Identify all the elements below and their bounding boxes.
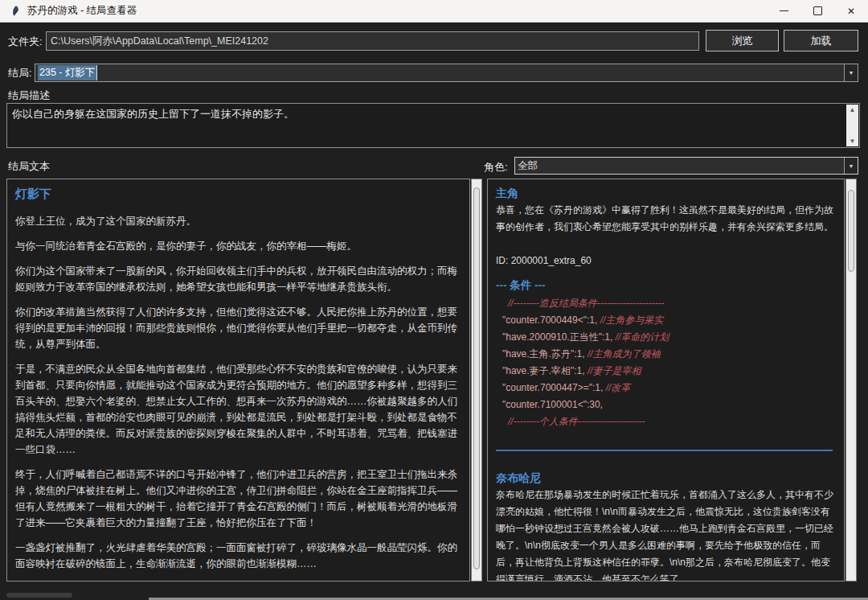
condition-line: "have.主角.苏丹":1, //主角成为了领袖 [496,346,836,363]
condition-line: "counter.7000449<":1, //主角参与果实 [496,312,836,329]
ending-dropdown-button[interactable]: ▼ [844,64,858,81]
role-id: ID: 2000001_extra_60 [496,253,836,269]
minimize-icon [780,10,788,11]
ending-paragraph: 与你一同统治着青金石宫殿的，是你的妻子，你的战友，你的宰相——梅姬。 [15,238,461,254]
close-button[interactable]: ✕ [834,0,868,22]
condition-comment: //改革 [606,382,631,393]
chevron-down-icon: ▼ [849,163,854,169]
ending-paragraph: 一盏盏灯被推翻了，火光肆虐着华美的宫殿；一面面窗被打碎了，碎玻璃像水晶一般晶莹闪… [15,540,461,572]
ending-title: 灯影下 [15,186,461,202]
description-scrollbar[interactable]: ▲ ▼ [846,105,858,146]
condition-comment-line: //--------造反结局条件--------------------- [496,295,836,312]
ending-combobox[interactable]: 235 - 灯影下 ▼ [35,64,858,82]
section-divider [496,450,833,451]
ending-text-label: 结局文本 [8,159,50,174]
ending-label: 结局: [8,66,32,80]
condition-comment: //妻子是宰相 [588,365,641,376]
browse-button[interactable]: 浏览 [706,30,779,51]
condition-line: "counter.7100001<":30, [496,397,836,413]
ending-paragraph: 终于，人们呼喊着自己都语焉不详的口号开始冲锋了，他们冲进卫兵的营房，把王室卫士们… [15,466,461,531]
condition-code: "have.妻子.宰相":1, [502,365,585,376]
role-filter-combobox[interactable]: 全部 ▼ [514,157,858,175]
condition-comment: //主角成为了领袖 [588,348,661,360]
condition-line: "counter.7000447>=":1, //改革 [496,380,836,397]
load-button[interactable]: 加载 [784,30,858,51]
chevron-down-icon: ▼ [849,70,854,76]
role-section: 主角恭喜，您在《苏丹的游戏》中赢得了胜利！这虽然不是最美好的结局，但作为故事的创… [496,184,836,451]
condition-comment: //主角参与果实 [600,314,664,326]
title-bar: 苏丹的游戏 - 结局查看器 ✕ [0,0,868,23]
main-content: 文件夹: 浏览 加载 结局: 235 - 灯影下 ▼ 结局描述 你以自己的身躯在… [0,23,868,600]
condition-code: "counter.7100001<":30, [502,399,603,410]
role-sections: 主角恭喜，您在《苏丹的游戏》中赢得了胜利！这虽然不是最美好的结局，但作为故事的创… [496,184,836,582]
python-icon [8,5,20,17]
ending-paragraphs: 你登上王位，成为了这个国家的新苏丹。与你一同统治着青金石宫殿的，是你的妻子，你的… [15,213,461,572]
maximize-icon [813,6,822,15]
role-panel-scrollbar[interactable] [845,179,857,582]
horizontal-scrollbar[interactable] [6,593,72,598]
role-section: 奈布哈尼奈布哈尼在那场暴动发生的时候正忙着玩乐，首都涌入了这么多人，其中有不少漂… [496,469,836,582]
description-label: 结局描述 [8,88,50,103]
description-text: 你以自己的身躯在这国家的历史上留下了一道抹不掉的影子。 [12,106,841,121]
role-label: 角色: [484,160,508,175]
condition-code: "have.主角.苏丹":1, [502,348,585,360]
description-box: 你以自己的身躯在这国家的历史上留下了一道抹不掉的影子。 ▲ ▼ [6,103,860,148]
condition-code: "have.2000910.正当性":1, [502,331,612,343]
close-icon: ✕ [847,6,855,17]
ending-selected-value: 235 - 灯影下 [38,65,97,80]
condition-comment-line: //--------个人条件--------------------- [496,413,836,430]
conditions-header: --- 条件 --- [496,277,836,294]
role-name: 主角 [496,184,836,202]
condition-code: "counter.7000447>=":1, [502,382,603,393]
role-filter-value: 全部 [518,159,538,173]
ending-panel-scroll-thumb[interactable] [473,187,480,569]
role-panel: 主角恭喜，您在《苏丹的游戏》中赢得了胜利！这虽然不是最美好的结局，但作为故事的创… [487,179,845,582]
folder-input[interactable] [46,31,699,51]
role-panel-scroll-thumb[interactable] [848,190,854,272]
ending-paragraph: 你们为这个国家带来了一股新的风，你开始回收领主们手中的兵权，放开领民自由流动的权… [15,263,461,295]
condition-comment: //革命的计划 [616,331,669,343]
conditions-header: --- 条件 --- [15,581,461,582]
condition-line: "have.2000910.正当性":1, //革命的计划 [496,329,836,346]
role-body-text: 奈布哈尼在那场暴动发生的时候正忙着玩乐，首都涌入了这么多人，其中有不少漂亮的姑娘… [496,487,836,582]
scroll-up-icon: ▲ [850,105,856,115]
minimize-button[interactable] [767,0,800,22]
ending-text-panel: 灯影下 你登上王位，成为了这个国家的新苏丹。与你一同统治着青金石宫殿的，是你的妻… [6,179,470,582]
ending-panel-scrollbar[interactable] [471,179,482,582]
folder-label: 文件夹: [8,35,43,49]
ending-paragraph: 你登上王位，成为了这个国家的新苏丹。 [15,213,461,229]
role-dropdown-button[interactable]: ▼ [844,158,858,174]
condition-code: "counter.7000449<":1, [502,314,597,326]
window-title: 苏丹的游戏 - 结局查看器 [27,4,137,18]
maximize-button[interactable] [800,0,834,22]
window-controls: ✕ [767,0,868,22]
condition-line: "have.妻子.宰相":1, //妻子是宰相 [496,363,836,380]
role-name: 奈布哈尼 [496,469,836,487]
ending-paragraph: 于是，不满意的民众从全国各地向首都集结，他们受那些心怀不安的贵族和官僚的唆使，认… [15,361,461,458]
scroll-down-icon: ▼ [850,136,856,146]
ending-paragraph: 你们的改革措施当然获得了人们的许多支持，但他们觉得这还不够。人民把你推上苏丹的位… [15,304,461,352]
role-body-text: 恭喜，您在《苏丹的游戏》中赢得了胜利！这虽然不是最美好的结局，但作为故事的创作者… [496,202,836,236]
